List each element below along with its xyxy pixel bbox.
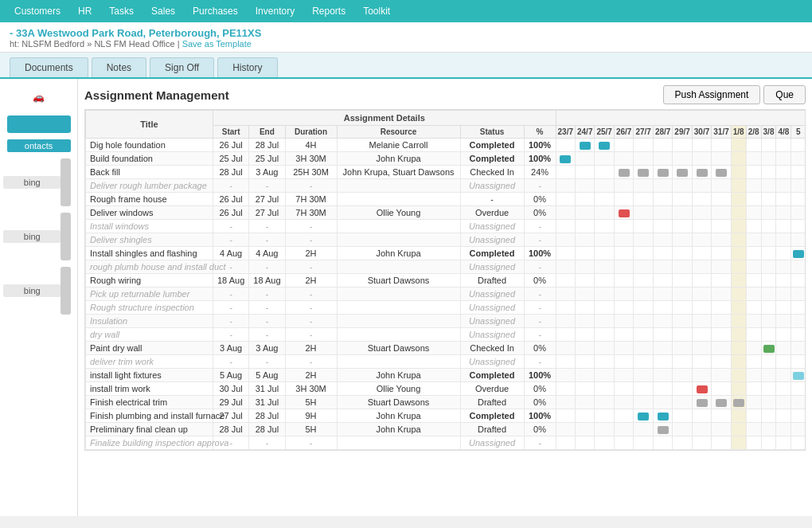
gantt-cell — [595, 382, 614, 396]
table-row: dry wall---Unassigned- — [86, 328, 806, 342]
cell-status: Overdue — [460, 382, 524, 396]
gantt-cell — [731, 220, 746, 233]
gantt-cell — [673, 139, 692, 152]
gantt-cell — [634, 287, 653, 301]
gantt-cell — [791, 179, 806, 193]
cell-title: Deliver shingles — [86, 233, 213, 247]
gantt-cell — [576, 274, 595, 287]
gantt-cell — [556, 396, 575, 409]
gantt-cell — [673, 355, 692, 369]
gantt-cell — [776, 301, 791, 315]
gantt-cell — [731, 193, 746, 206]
tab-notes[interactable]: Notes — [92, 57, 146, 77]
gantt-cell — [556, 247, 575, 260]
cell-end: 28 Jul — [249, 409, 285, 423]
cell-pct: 100% — [524, 409, 556, 423]
gantt-cell — [595, 206, 614, 220]
gantt-cell — [595, 423, 614, 436]
cell-pct: 100% — [524, 247, 556, 260]
cell-duration: 3H 30M — [285, 152, 337, 166]
cell-resource — [337, 260, 460, 274]
gantt-cell — [692, 166, 711, 179]
table-row: Deliver rough lumber package---Unassigne… — [86, 179, 806, 193]
cell-end: 31 Jul — [249, 396, 285, 409]
gantt-cell — [595, 152, 614, 166]
gantt-cell — [731, 409, 746, 423]
table-row: Insulation---Unassigned- — [86, 315, 806, 328]
gantt-cell — [595, 436, 614, 450]
cell-title: Deliver windows — [86, 206, 213, 220]
gantt-cell — [576, 139, 595, 152]
gantt-cell — [673, 328, 692, 342]
tab-history[interactable]: History — [217, 57, 277, 77]
cell-status: Unassigned — [460, 179, 524, 193]
gantt-cell — [692, 315, 711, 328]
cell-duration: - — [285, 260, 337, 274]
cell-pct: - — [524, 287, 556, 301]
sidebar-scrollbar-1[interactable] — [61, 158, 71, 206]
cell-pct: 24% — [524, 166, 556, 179]
sidebar-scrollbar-2[interactable] — [61, 213, 71, 260]
gantt-cell — [712, 409, 731, 423]
cell-end: - — [249, 355, 285, 369]
cell-status: Completed — [460, 152, 524, 166]
cell-duration: - — [285, 436, 337, 450]
gantt-cell — [576, 301, 595, 315]
table-row: Deliver shingles---Unassigned- — [86, 233, 806, 247]
cell-resource: Stuart Dawsons — [337, 274, 460, 287]
cell-title: deliver trim work — [86, 355, 213, 369]
gantt-cell — [556, 166, 575, 179]
cell-title: dry wall — [86, 328, 213, 342]
gantt-cell — [653, 152, 672, 166]
gantt-header — [556, 111, 806, 126]
tab-documents[interactable]: Documents — [10, 57, 88, 77]
nav-customers[interactable]: Customers — [6, 2, 68, 20]
gantt-cell — [692, 409, 711, 423]
gantt-cell — [761, 342, 776, 355]
sidebar-scrollbar-3[interactable] — [61, 267, 71, 315]
gantt-cell — [692, 274, 711, 287]
gantt-cell — [576, 342, 595, 355]
gantt-cell — [692, 342, 711, 355]
save-template-link[interactable]: Save as Template — [182, 39, 252, 49]
gantt-cell — [556, 409, 575, 423]
nav-hr[interactable]: HR — [70, 2, 100, 20]
cell-resource — [337, 287, 460, 301]
gantt-cell — [634, 328, 653, 342]
gantt-cell — [761, 274, 776, 287]
nav-toolkit[interactable]: Toolkit — [355, 2, 398, 20]
push-assignment-button[interactable]: Push Assignment — [663, 85, 761, 104]
que-button[interactable]: Que — [763, 85, 806, 104]
nav-reports[interactable]: Reports — [304, 2, 353, 20]
gantt-cell — [776, 287, 791, 301]
gantt-cell — [653, 328, 672, 342]
gantt-cell — [791, 301, 806, 315]
nav-inventory[interactable]: Inventory — [248, 2, 303, 20]
gantt-cell — [556, 139, 575, 152]
cell-duration: 7H 30M — [285, 206, 337, 220]
cell-title: Build foundation — [86, 152, 213, 166]
sidebar-label-1: bing — [3, 176, 61, 189]
gantt-cell — [712, 247, 731, 260]
gantt-cell — [791, 247, 806, 260]
cell-duration: 9H — [285, 409, 337, 423]
table-row: Preliminary final clean up28 Jul28 Jul5H… — [86, 423, 806, 436]
cell-start: - — [213, 233, 249, 247]
sidebar-input-1[interactable] — [7, 115, 71, 133]
gantt-cell — [556, 382, 575, 396]
gantt-cell — [712, 152, 731, 166]
cell-duration: 5H — [285, 396, 337, 409]
nav-tasks[interactable]: Tasks — [101, 2, 142, 20]
gantt-cell — [614, 315, 633, 328]
cell-resource: Ollie Young — [337, 382, 460, 396]
cell-end: - — [249, 260, 285, 274]
gantt-cell — [595, 179, 614, 193]
nav-sales[interactable]: Sales — [143, 2, 183, 20]
gantt-cell — [653, 287, 672, 301]
tab-signoff[interactable]: Sign Off — [150, 57, 214, 77]
gantt-cell — [791, 193, 806, 206]
gantt-cell — [746, 220, 761, 233]
car-icon: 🚗 — [23, 85, 55, 109]
gantt-cell — [712, 423, 731, 436]
nav-purchases[interactable]: Purchases — [185, 2, 246, 20]
